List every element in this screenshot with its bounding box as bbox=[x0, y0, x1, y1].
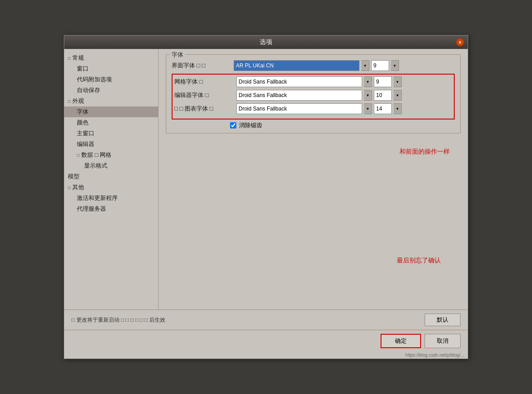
ui-font-size-arrow[interactable]: ▼ bbox=[391, 60, 399, 71]
chart-font-dropdown[interactable]: Droid Sans Fallback bbox=[236, 103, 362, 114]
chart-font-select-group: Droid Sans Fallback ▼ 14 ▼ bbox=[236, 103, 402, 114]
url-bar: https://blog.csdn.net/p/blog/... bbox=[64, 352, 468, 359]
editor-font-size-arrow[interactable]: ▼ bbox=[394, 90, 402, 101]
dialog-footer: 确定 取消 bbox=[64, 330, 468, 352]
editor-font-select-group: Droid Sans Fallback ▼ 10 ▼ bbox=[236, 90, 402, 101]
sidebar-item-appearance[interactable]: □ 外观 bbox=[64, 96, 158, 106]
sidebar-item-editor[interactable]: 编辑器 bbox=[64, 139, 158, 150]
sidebar-item-window[interactable]: 窗口 bbox=[64, 63, 158, 74]
highlight-box: 网格字体 □ Droid Sans Fallback ▼ 9 ▼ bbox=[172, 74, 455, 120]
grid-font-size-arrow[interactable]: ▼ bbox=[394, 76, 402, 87]
grid-font-select-group: Droid Sans Fallback ▼ 9 ▼ bbox=[236, 76, 402, 87]
ui-font-dropdown-arrow[interactable]: ▼ bbox=[361, 60, 369, 71]
dialog-title: 选项 bbox=[260, 38, 272, 46]
grid-font-label: 网格字体 □ bbox=[174, 78, 233, 86]
cancel-button[interactable]: 取消 bbox=[425, 334, 461, 348]
sidebar-item-color[interactable]: 颜色 bbox=[64, 117, 158, 128]
sidebar-item-model[interactable]: 模型 bbox=[64, 171, 158, 182]
sidebar-item-main-window[interactable]: 主窗口 bbox=[64, 128, 158, 139]
antialias-label: 消除锯齿 bbox=[239, 121, 262, 129]
chart-font-row: □ □ 图表字体 □ Droid Sans Fallback ▼ 14 ▼ bbox=[174, 103, 452, 114]
options-dialog: 选项 × □ 常规 窗口 代码附加选项 自动保存 □ 外观 bbox=[64, 35, 468, 359]
default-button[interactable]: 默认 bbox=[425, 314, 461, 326]
sidebar-item-font[interactable]: 字体 bbox=[64, 106, 158, 117]
collapse-icon-4: □ bbox=[68, 185, 71, 190]
chart-font-size-arrow[interactable]: ▼ bbox=[394, 103, 402, 114]
sidebar-item-data-grid[interactable]: □ 数据 □ 网格 bbox=[64, 150, 158, 160]
main-content: 字体 界面字体 □ □ AR PL UKai CN ▼ 9 ▼ bbox=[159, 49, 468, 310]
font-section: 字体 界面字体 □ □ AR PL UKai CN ▼ 9 ▼ bbox=[166, 54, 461, 133]
sidebar-item-general[interactable]: □ 常规 bbox=[64, 53, 158, 63]
title-bar: 选项 × bbox=[64, 35, 468, 49]
sidebar-item-other[interactable]: □ 其他 bbox=[64, 182, 158, 193]
antialias-row: 消除锯齿 bbox=[172, 121, 455, 129]
collapse-icon: □ bbox=[68, 56, 71, 61]
bottom-note: □ 更改将于重新启动 □ □ □ □ □ □ 后生效 bbox=[71, 316, 165, 324]
ui-font-dropdown[interactable]: AR PL UKai CN bbox=[234, 60, 359, 71]
sidebar-item-code-addon[interactable]: 代码附加选项 bbox=[64, 74, 158, 85]
section-label: 字体 bbox=[170, 51, 185, 59]
sidebar-item-auto-save[interactable]: 自动保存 bbox=[64, 85, 158, 96]
antialias-checkbox[interactable] bbox=[230, 122, 236, 128]
dialog-body: □ 常规 窗口 代码附加选项 自动保存 □ 外观 字体 颜色 bbox=[64, 49, 468, 310]
grid-font-dropdown[interactable]: Droid Sans Fallback bbox=[236, 76, 362, 87]
sidebar-item-proxy[interactable]: 代理服务器 bbox=[64, 204, 158, 214]
chart-font-label: □ □ 图表字体 □ bbox=[174, 105, 233, 113]
chart-font-dropdown-arrow[interactable]: ▼ bbox=[364, 103, 372, 114]
sidebar: □ 常规 窗口 代码附加选项 自动保存 □ 外观 字体 颜色 bbox=[64, 49, 159, 310]
sidebar-item-activate[interactable]: 激活和更新程序 bbox=[64, 193, 158, 204]
grid-font-row: 网格字体 □ Droid Sans Fallback ▼ 9 ▼ bbox=[174, 76, 452, 87]
ui-font-size[interactable]: 9 bbox=[371, 60, 389, 71]
editor-font-label: 编辑器字体 □ bbox=[174, 91, 233, 99]
collapse-icon-2: □ bbox=[68, 99, 71, 104]
chart-font-size[interactable]: 14 bbox=[374, 103, 392, 114]
editor-font-dropdown-arrow[interactable]: ▼ bbox=[364, 90, 372, 101]
editor-font-row: 编辑器字体 □ Droid Sans Fallback ▼ 10 ▼ bbox=[174, 90, 452, 101]
annotation-1: 和前面的操作一样 bbox=[399, 148, 450, 156]
close-button[interactable]: × bbox=[456, 38, 464, 46]
editor-font-dropdown[interactable]: Droid Sans Fallback bbox=[236, 90, 362, 101]
sidebar-item-display-format[interactable]: 显示格式 bbox=[64, 160, 158, 171]
ui-font-label: 界面字体 □ □ bbox=[172, 62, 230, 70]
grid-font-size[interactable]: 9 bbox=[374, 76, 392, 87]
ui-font-row: 界面字体 □ □ AR PL UKai CN ▼ 9 ▼ bbox=[172, 60, 455, 71]
grid-font-dropdown-arrow[interactable]: ▼ bbox=[364, 76, 372, 87]
ok-button[interactable]: 确定 bbox=[381, 334, 421, 348]
bottom-bar: □ 更改将于重新启动 □ □ □ □ □ □ 后生效 默认 bbox=[64, 310, 468, 330]
editor-font-size[interactable]: 10 bbox=[374, 90, 392, 101]
ui-font-select-group: AR PL UKai CN ▼ 9 ▼ bbox=[234, 60, 399, 71]
collapse-icon-3: □ bbox=[77, 153, 80, 158]
annotation-2: 最后别忘了确认 bbox=[397, 257, 441, 265]
